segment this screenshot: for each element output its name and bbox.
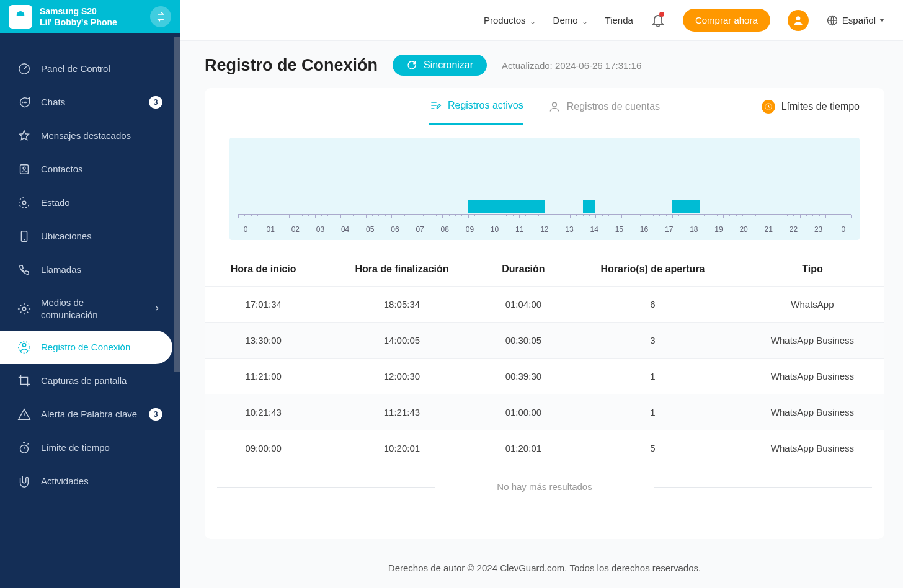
topnav-products[interactable]: Productos [484,15,536,25]
chevron-right-icon [153,304,162,314]
gear-icon [17,302,31,316]
chevron-down-icon [530,17,536,24]
connection-table: Hora de inicio Hora de finalización Dura… [205,252,884,466]
pointer-icon [17,474,31,488]
svg-point-3 [22,102,23,103]
clock-icon [762,100,775,114]
topnav-label: Tienda [605,15,633,25]
timeline-chart: 0010203040506070809101112131415161718192… [229,138,860,240]
cell-type: WhatsApp Business [741,323,884,359]
sidebar-item-calls[interactable]: Llamadas [0,253,180,287]
table-row[interactable]: 11:21:0012:00:3000:39:301WhatsApp Busine… [205,359,884,394]
sidebar-item-label: Mensajes destacados [41,130,162,142]
tab-active-logs[interactable]: Registros activos [429,88,523,125]
sidebar-item-connection-log[interactable]: Registro de Conexión [0,331,172,364]
sidebar-nav: Panel de Control Chats 3 Mensajes destac… [0,33,180,498]
footer-copyright: Derechos de autor © 2024 ClevGuard.com. … [205,551,884,588]
sidebar-item-contacts[interactable]: Contactos [0,153,180,186]
sidebar-item-label: Chats [41,96,139,109]
status-icon [17,196,31,210]
timeline-tick-label: 12 [537,225,552,234]
sidebar-item-dashboard[interactable]: Panel de Control [0,52,180,86]
sidebar-item-screenshots[interactable]: Capturas de pantalla [0,364,180,398]
language-selector[interactable]: Español [826,14,884,27]
svg-point-13 [20,445,29,453]
sidebar-item-activities[interactable]: Actividades [0,465,180,498]
sidebar-item-status[interactable]: Estado [0,186,180,220]
tab-account-logs[interactable]: Registros de cuentas [548,88,660,125]
notifications-button[interactable] [651,13,665,28]
svg-point-7 [23,167,25,169]
svg-point-10 [22,307,26,311]
main: Productos Demo Tienda Comprar ahora [180,0,903,588]
timeline-tick-label: 14 [587,225,602,234]
sidebar-item-label: Ubicaciones [41,230,162,243]
svg-point-14 [796,16,800,20]
sidebar-item-chats[interactable]: Chats 3 [0,86,180,119]
android-icon [9,5,32,29]
col-start: Hora de inicio [205,252,322,287]
cell-type: WhatsApp Business [741,359,884,394]
updated-text: Actualizado: 2024-06-26 17:31:16 [502,60,641,71]
edit-list-icon [429,99,442,112]
star-icon [17,129,31,143]
alert-icon [17,408,31,421]
sidebar-item-time-limit[interactable]: Límite de tiempo [0,431,180,465]
timeline-tick-label: 20 [736,225,751,234]
device-name: Lil' Bobby's Phone [40,17,143,27]
device-model: Samsung S20 [40,6,143,16]
svg-point-16 [552,102,556,107]
badge: 3 [149,96,162,109]
timeline-bar [468,200,502,213]
col-duration: Duración [482,252,565,287]
timeline-tick-label: 22 [786,225,801,234]
timeline-tick-label: 16 [637,225,652,234]
timeline-bar [528,200,545,213]
tab-label: Registros de cuentas [567,101,660,112]
cell-opens: 3 [565,323,741,359]
user-avatar[interactable] [788,10,809,31]
sidebar-scrollbar[interactable] [174,37,180,372]
sidebar: Samsung S20 Lil' Bobby's Phone Panel de … [0,0,180,588]
timeline-tick-label: 13 [562,225,577,234]
table-header-row: Hora de inicio Hora de finalización Dura… [205,252,884,287]
sidebar-item-label: Llamadas [41,264,162,276]
sync-label: Sincronizar [424,60,473,71]
table-row[interactable]: 13:30:0014:00:0500:30:053WhatsApp Busine… [205,323,884,359]
cell-end: 14:00:05 [322,323,481,359]
time-limits-label: Límites de tiempo [781,101,860,112]
cell-opens: 5 [565,430,741,466]
table-row[interactable]: 17:01:3418:05:3401:04:006WhatsApp [205,287,884,323]
cell-duration: 01:20:01 [482,430,565,466]
topnav-label: Productos [484,15,526,25]
sidebar-item-label: Límite de tiempo [41,442,162,454]
globe-icon [826,14,838,27]
cell-type: WhatsApp Business [741,394,884,430]
table-row[interactable]: 09:00:0010:20:0101:20:015WhatsApp Busine… [205,430,884,466]
svg-point-5 [25,102,26,103]
cell-duration: 01:04:00 [482,287,565,323]
refresh-icon [406,60,417,71]
page-header: Registro de Conexión Sincronizar Actuali… [205,55,884,76]
table-row[interactable]: 10:21:4311:21:4301:00:001WhatsApp Busine… [205,394,884,430]
timeline-bar [502,200,528,213]
sidebar-item-label: Actividades [41,475,162,488]
sync-button[interactable]: Sincronizar [393,55,487,76]
sidebar-item-starred[interactable]: Mensajes destacados [0,119,180,153]
language-label: Español [842,15,876,25]
timeline-tick-label: 06 [388,225,403,234]
badge: 3 [149,408,162,421]
timeline-tick-label: 0 [238,225,253,234]
buy-now-button[interactable]: Comprar ahora [683,9,770,32]
sidebar-item-label: Contactos [41,163,162,176]
swap-device-button[interactable] [150,6,171,27]
topnav-store[interactable]: Tienda [605,15,633,25]
cell-duration: 00:30:05 [482,323,565,359]
sidebar-item-keyword-alert[interactable]: Alerta de Palabra clave 3 [0,398,180,431]
timeline-tick-label: 03 [313,225,327,234]
timeline-bar [672,200,700,213]
time-limits-button[interactable]: Límites de tiempo [762,100,860,114]
topnav-demo[interactable]: Demo [553,15,588,25]
sidebar-item-locations[interactable]: Ubicaciones [0,220,180,253]
sidebar-item-media[interactable]: Medios de comunicación [0,287,180,331]
